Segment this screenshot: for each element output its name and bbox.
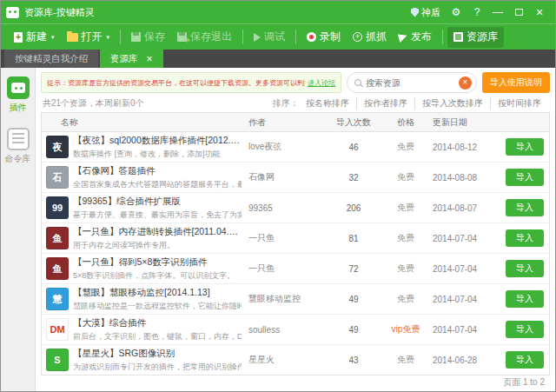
resource-plugin-icon: 石 — [46, 166, 69, 189]
resource-description: 5×8数字识别插件，点阵字体。可以识别文字。 — [73, 270, 242, 282]
question-icon: ? — [474, 6, 480, 18]
import-button[interactable]: 导入 — [506, 351, 544, 369]
debug-button-label: 调试 — [264, 30, 285, 44]
save-button[interactable]: 保存 — [125, 27, 171, 48]
sort-by-time[interactable]: 按时间排序 — [490, 97, 548, 110]
import-guide-button[interactable]: 导入使用说明 — [482, 72, 550, 93]
settings-button[interactable]: ⚙ — [446, 1, 467, 23]
resource-price: 免费 — [379, 354, 433, 366]
sidebar: 插件 命令库 — [1, 68, 36, 391]
table-row[interactable]: 鱼 【一只鱼】内存进制转换插件[2011.04.13] 用于内存之间读写操作专用… — [42, 223, 549, 254]
forum-link[interactable]: 进入论坛 — [308, 78, 335, 88]
search-clear-button[interactable]: × — [459, 76, 472, 90]
tab-close-icon[interactable]: × — [147, 54, 153, 64]
pagination: 页面 1 to 2 — [41, 375, 550, 389]
resource-author: soulless — [248, 325, 328, 335]
resource-update-date: 2014-07-04 — [433, 234, 500, 243]
resource-icon-cell: 夜 — [42, 136, 73, 158]
resource-import-count: 206 — [328, 203, 379, 213]
shield-label: 神盾 — [421, 6, 440, 19]
resource-description: 全国首家集成各大代答题网站的答题服务平台，最稳定、最高效率、性 — [73, 179, 242, 190]
close-button[interactable]: × — [529, 1, 550, 23]
debug-button[interactable]: 调试 — [248, 27, 291, 48]
sort-label: 排序： — [273, 97, 299, 110]
record-button-label: 录制 — [320, 30, 341, 44]
resource-title: 【一只鱼】内存进制转换插件[2011.04.13] — [73, 226, 242, 238]
app-window: 资源库-按键精灵 神盾 ⚙ ? — × 新建 ▾ 打开 ▾ 保存 保存退出 — [0, 0, 556, 392]
search-input[interactable] — [366, 78, 454, 88]
tab-intro[interactable]: 按键精灵自我介绍 — [4, 50, 98, 68]
toolbar-separator — [295, 30, 296, 44]
new-button[interactable]: 新建 ▾ — [8, 27, 61, 48]
resource-import-count: 43 — [328, 355, 379, 365]
resource-count-text: 共21个资源，本周刷新0个 — [43, 97, 144, 110]
table-row[interactable]: 石 【石像网】答题插件 全国首家集成各大代答题网站的答题服务平台，最稳定、最高效… — [42, 163, 549, 193]
resource-icon-cell: S — [42, 349, 73, 371]
open-button[interactable]: 打开 ▾ — [61, 27, 116, 48]
sidebar-item-command-library-label: 命令库 — [5, 153, 31, 165]
sort-by-author[interactable]: 按作者排序 — [356, 97, 414, 110]
shield-badge-button[interactable]: 神盾 — [406, 1, 446, 23]
sidebar-item-plugins[interactable]: 插件 — [7, 76, 30, 114]
publish-button[interactable]: 发布 — [393, 27, 438, 48]
chevron-down-icon: ▾ — [51, 34, 55, 41]
app-logo-robot-icon — [6, 7, 19, 18]
resource-title: 【大漠】综合插件 — [73, 317, 242, 329]
new-button-label: 新建 — [26, 30, 47, 44]
import-button[interactable]: 导入 — [506, 229, 544, 247]
resource-description: 为游戏识别而专门开发的插件，把常用的识别操作进行分类和整理。 — [73, 362, 242, 373]
crosshair-icon — [353, 32, 362, 42]
import-button[interactable]: 导入 — [506, 260, 544, 277]
resource-library-button[interactable]: 资源库 — [447, 27, 504, 48]
import-button[interactable]: 导入 — [506, 169, 544, 186]
maximize-icon — [515, 9, 523, 16]
save-exit-icon — [177, 32, 187, 42]
resource-author: 星星火 — [248, 354, 328, 366]
resource-action-cell: 导入 — [500, 351, 549, 369]
record-button[interactable]: 录制 — [301, 27, 347, 48]
import-button[interactable]: 导入 — [506, 290, 544, 308]
resource-price: vip免费 — [379, 323, 433, 336]
table-row[interactable]: 夜 【夜弦】sql2000数据库操作插件[2012.3.5] 数据库操作 [查询… — [42, 132, 549, 163]
import-button[interactable]: 导入 — [506, 138, 544, 156]
grab-button-label: 抓抓 — [366, 30, 387, 44]
sort-by-name[interactable]: 按名称排序 — [299, 97, 356, 110]
resource-title: 【一只鱼】得到5×8数字识别插件 — [73, 256, 242, 269]
resource-name-cell: 【石像网】答题插件 全国首家集成各大代答题网站的答题服务平台，最稳定、最高效率、… — [73, 165, 248, 190]
table-row[interactable]: DM 【大漠】综合插件 前后台，文字识别，图色，键鼠，窗口，内存，DX，Call… — [42, 315, 549, 345]
column-header-name: 名称 — [42, 116, 248, 129]
tab-resource-library[interactable]: 资源库 × — [100, 50, 163, 68]
sort-by-imports[interactable]: 按导入次数排序 — [414, 97, 490, 110]
tab-resource-library-label: 资源库 — [110, 53, 138, 65]
stats-row: 共21个资源，本周刷新0个 排序： 按名称排序 按作者排序 按导入次数排序 按时… — [41, 93, 550, 112]
resource-update-date: 2014-08-07 — [433, 203, 500, 213]
resource-name-cell: 【一只鱼】得到5×8数字识别插件 5×8数字识别插件，点阵字体。可以识别文字。 — [73, 256, 248, 282]
import-button[interactable]: 导入 — [506, 321, 544, 338]
minimize-button[interactable]: — — [487, 1, 508, 23]
folder-icon — [67, 33, 78, 42]
table-row[interactable]: 慧 【慧眼】慧眼移动监控[2014.1.13] 慧眼移动监控是一款远程监控软件，… — [42, 284, 549, 315]
tabbar: 按键精灵自我介绍 资源库 × — [1, 50, 555, 68]
table-row[interactable]: 99 【99365】综合插件扩展版 基于最方便、最直接、最实用为宗旨，免去了为实… — [42, 193, 549, 223]
record-icon — [307, 32, 316, 42]
resource-price: 免费 — [379, 232, 433, 244]
gear-icon: ⚙ — [452, 6, 461, 18]
resource-author: 石像网 — [248, 171, 328, 183]
grab-button[interactable]: 抓抓 — [347, 27, 393, 48]
table-row[interactable]: S 【星星火】SRG图像识别 为游戏识别而专门开发的插件，把常用的识别操作进行分… — [42, 345, 549, 375]
table-body: 夜 【夜弦】sql2000数据库操作插件[2012.3.5] 数据库操作 [查询… — [42, 132, 549, 375]
help-button[interactable]: ? — [467, 1, 487, 23]
resource-price: 免费 — [379, 202, 433, 214]
resource-plugin-icon: 慧 — [46, 288, 69, 310]
debug-play-icon — [254, 33, 261, 42]
publish-button-label: 发布 — [411, 30, 432, 44]
table-row[interactable]: 鱼 【一只鱼】得到5×8数字识别插件 5×8数字识别插件，点阵字体。可以识别文字… — [42, 254, 549, 284]
import-button[interactable]: 导入 — [506, 199, 544, 216]
save-exit-button[interactable]: 保存退出 — [171, 27, 238, 48]
sidebar-item-command-library[interactable]: 命令库 — [5, 128, 31, 165]
save-button-label: 保存 — [144, 30, 165, 44]
resource-author: 一只鱼 — [248, 262, 328, 275]
resource-title: 【夜弦】sql2000数据库操作插件[2012.3.5] — [73, 135, 242, 147]
clear-icon: × — [463, 78, 468, 87]
maximize-button[interactable] — [508, 1, 529, 23]
